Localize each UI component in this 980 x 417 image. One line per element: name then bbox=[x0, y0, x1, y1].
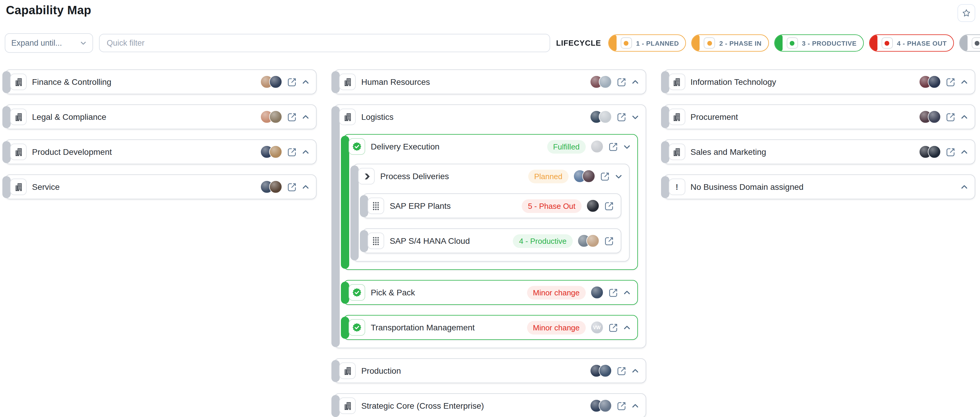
avatar[interactable] bbox=[598, 110, 611, 123]
chevron-up-icon[interactable] bbox=[631, 367, 639, 375]
card-title: Product Development bbox=[32, 147, 255, 157]
building-icon bbox=[339, 398, 356, 414]
card-header[interactable]: Service bbox=[5, 175, 316, 199]
avatar[interactable] bbox=[586, 199, 599, 212]
open-in-new-icon[interactable] bbox=[946, 77, 956, 87]
card-header[interactable]: Transportation ManagementMinor changeVW bbox=[344, 315, 637, 339]
avatar[interactable] bbox=[598, 364, 611, 377]
chevron-up-icon[interactable] bbox=[302, 148, 310, 156]
chevron-down-icon bbox=[80, 40, 87, 46]
avatar[interactable] bbox=[928, 145, 941, 158]
lifecycle-legend-pill[interactable]: 2 - PHASE IN bbox=[691, 34, 768, 52]
chevron-down-icon[interactable] bbox=[631, 113, 639, 121]
avatar[interactable] bbox=[269, 145, 283, 158]
card-header[interactable]: Legal & Compliance bbox=[5, 105, 316, 129]
card-header[interactable]: Procurement bbox=[664, 105, 975, 129]
lifecycle-legend-pill[interactable]: 1 - PLANNED bbox=[608, 34, 686, 52]
card-actions: Minor changeVW bbox=[527, 321, 631, 334]
avatar-group bbox=[590, 110, 611, 123]
card-header[interactable]: !No Business Domain assigned bbox=[664, 175, 975, 199]
card-header[interactable]: Strategic Core (Cross Enterprise) bbox=[335, 394, 646, 417]
avatar[interactable] bbox=[269, 110, 283, 123]
expand-until-select[interactable]: Expand until... bbox=[5, 33, 93, 53]
chevron-up-icon[interactable] bbox=[623, 288, 630, 296]
open-in-new-icon[interactable] bbox=[287, 112, 298, 122]
card-header[interactable]: SAP ERP Plants5 - Phase Out bbox=[363, 194, 621, 218]
chevron-down-icon[interactable] bbox=[623, 143, 630, 150]
card-header[interactable]: Information Technology bbox=[664, 70, 975, 94]
building-icon bbox=[339, 108, 356, 125]
avatar-group bbox=[573, 170, 595, 183]
open-in-new-icon[interactable] bbox=[616, 112, 626, 122]
card-title: SAP ERP Plants bbox=[390, 201, 517, 210]
open-in-new-icon[interactable] bbox=[604, 236, 614, 246]
lifecycle-pills: 1 - PLANNED2 - PHASE IN3 - PRODUCTIVE4 -… bbox=[608, 34, 980, 52]
chevron-up-icon[interactable] bbox=[302, 113, 310, 121]
card-title: Service bbox=[32, 182, 255, 192]
chevron-up-icon[interactable] bbox=[631, 78, 639, 86]
quick-filter-input[interactable] bbox=[99, 34, 550, 52]
lifecycle-legend-pill[interactable]: 3 - PRODUCTIVE bbox=[774, 34, 864, 52]
open-in-new-icon[interactable] bbox=[608, 322, 618, 333]
open-in-new-icon[interactable] bbox=[600, 171, 610, 181]
card-actions bbox=[919, 75, 968, 88]
avatar[interactable] bbox=[590, 140, 603, 153]
card-header[interactable]: Finance & Controlling bbox=[5, 70, 316, 94]
chevron-up-icon[interactable] bbox=[623, 323, 630, 331]
avatar[interactable] bbox=[598, 75, 611, 88]
chevron-up-icon[interactable] bbox=[961, 148, 968, 156]
open-in-new-icon[interactable] bbox=[287, 147, 298, 157]
card-title: Transportation Management bbox=[371, 323, 522, 332]
open-in-new-icon[interactable] bbox=[616, 77, 626, 87]
chevron-down-icon[interactable] bbox=[614, 172, 622, 180]
avatar-group bbox=[919, 110, 941, 123]
avatar-group bbox=[919, 75, 941, 88]
lifecycle-pill-label: 1 - PLANNED bbox=[636, 40, 679, 46]
card-header[interactable]: Logistics bbox=[335, 105, 646, 129]
avatar[interactable]: VW bbox=[590, 321, 603, 334]
avatar[interactable] bbox=[586, 234, 599, 247]
open-in-new-icon[interactable] bbox=[604, 201, 614, 211]
card-children: Process DeliveriesPlannedSAP ERP Plants5… bbox=[344, 158, 637, 269]
avatar[interactable] bbox=[928, 75, 941, 88]
avatar[interactable] bbox=[590, 286, 603, 299]
avatar[interactable] bbox=[269, 75, 283, 88]
avatar-group bbox=[590, 286, 603, 299]
chevron-up-icon[interactable] bbox=[302, 78, 310, 86]
avatar[interactable] bbox=[598, 399, 611, 412]
column: Finance & ControllingLegal & ComplianceP… bbox=[5, 69, 317, 199]
avatar[interactable] bbox=[269, 180, 283, 193]
card-header[interactable]: Process DeliveriesPlanned bbox=[354, 164, 629, 188]
card-header[interactable]: Human Resources bbox=[335, 70, 646, 94]
open-in-new-icon[interactable] bbox=[287, 77, 298, 87]
avatar[interactable] bbox=[582, 170, 595, 183]
open-in-new-icon[interactable] bbox=[946, 147, 956, 157]
card-header[interactable]: Sales and Marketing bbox=[664, 140, 975, 164]
chevron-up-icon[interactable] bbox=[961, 78, 968, 86]
card-header[interactable]: Product Development bbox=[5, 140, 316, 164]
card-header[interactable]: Delivery ExecutionFulfilled bbox=[344, 135, 637, 158]
open-in-new-icon[interactable] bbox=[616, 366, 626, 376]
open-in-new-icon[interactable] bbox=[608, 287, 618, 298]
chevron-up-icon[interactable] bbox=[961, 113, 968, 121]
avatar[interactable] bbox=[928, 110, 941, 123]
card-actions: Planned bbox=[528, 169, 622, 183]
lifecycle-legend-pill[interactable]: NO LIFECYCLE bbox=[959, 34, 980, 52]
card-header[interactable]: SAP S/4 HANA Cloud4 - Productive bbox=[363, 229, 621, 253]
open-in-new-icon[interactable] bbox=[946, 112, 956, 122]
card-title: Process Deliveries bbox=[380, 172, 523, 181]
favorite-button[interactable] bbox=[958, 4, 975, 22]
open-in-new-icon[interactable] bbox=[616, 401, 626, 411]
card-header[interactable]: Production bbox=[335, 359, 646, 383]
star-icon bbox=[962, 8, 971, 18]
open-in-new-icon[interactable] bbox=[287, 182, 298, 192]
chevron-up-icon[interactable] bbox=[302, 183, 310, 191]
chevron-up-icon[interactable] bbox=[961, 183, 968, 191]
lifecycle-legend-pill[interactable]: 4 - PHASE OUT bbox=[869, 34, 954, 52]
open-in-new-icon[interactable] bbox=[608, 142, 618, 151]
card-title: Legal & Compliance bbox=[32, 112, 255, 122]
card-header[interactable]: Pick & PackMinor change bbox=[344, 280, 637, 304]
business-domain-card: Information Technology bbox=[663, 69, 975, 94]
lifecycle-pill-label: 3 - PRODUCTIVE bbox=[802, 40, 856, 46]
chevron-up-icon[interactable] bbox=[631, 402, 639, 410]
